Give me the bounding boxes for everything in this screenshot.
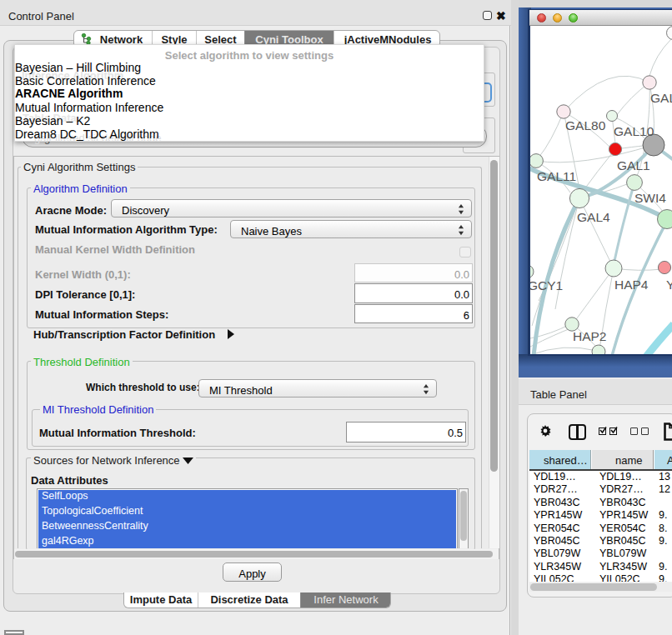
svg-text:GAL80: GAL80 <box>565 118 606 132</box>
svg-text:HAP4: HAP4 <box>614 278 649 292</box>
svg-text:SWI4: SWI4 <box>634 191 666 205</box>
svg-text:GAL: GAL <box>650 91 672 105</box>
svg-text:GCY1: GCY1 <box>530 278 563 292</box>
svg-text:GAL4: GAL4 <box>577 210 610 224</box>
svg-text:HAP2: HAP2 <box>573 329 607 343</box>
svg-text:GAL11: GAL11 <box>537 169 576 183</box>
svg-text:Y: Y <box>666 278 672 292</box>
svg-text:GAL10: GAL10 <box>614 124 654 138</box>
svg-text:GAL1: GAL1 <box>617 158 650 172</box>
